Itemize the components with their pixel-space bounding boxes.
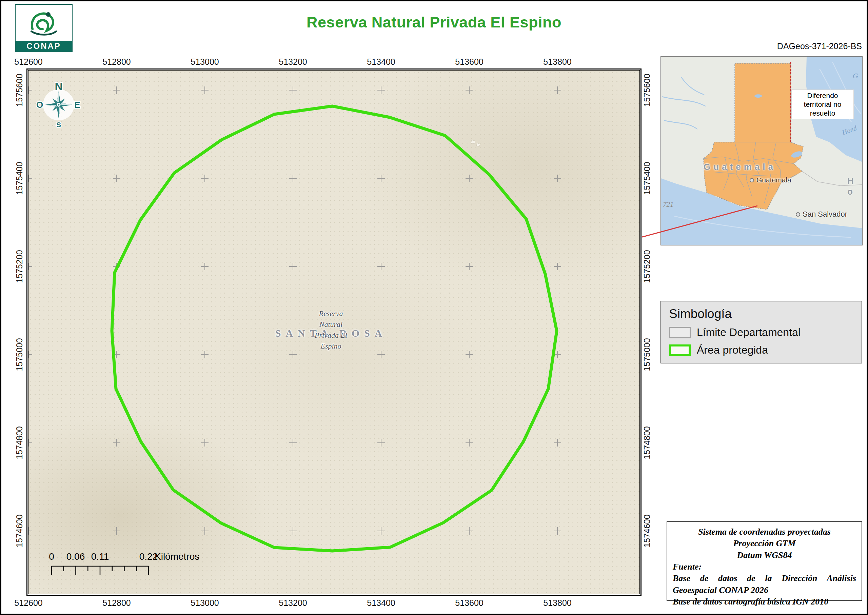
grid-y-label: 1575600: [643, 66, 651, 114]
reserve-name-line: Privada El: [280, 330, 382, 341]
inset-locator-map: Diferendo territorial no resuelto Guatem…: [660, 56, 863, 245]
building-footprint: [471, 140, 475, 144]
grid-y-label: 1575200: [643, 243, 651, 290]
datum-line: Datum WGS84: [673, 549, 856, 561]
grid-x-label: 513400: [358, 57, 405, 66]
crs-line: Sistema de coordenadas proyectadas: [673, 526, 856, 538]
honduras-partial-label: H o: [847, 176, 862, 197]
grid-x-label: 512600: [5, 598, 52, 607]
grid-x-label: 512800: [93, 598, 141, 607]
legend-item-label: Área protegida: [697, 344, 768, 356]
page-title: Reserva Natural Privada El Espino: [2, 14, 866, 31]
grid-x-label: 513800: [534, 598, 581, 607]
compass-east-label: E: [74, 100, 80, 110]
legend-panel: Simbología Límite Departamental Área pro…: [660, 301, 862, 364]
san-salvador-marker: San Salvador: [796, 210, 847, 219]
capital-city-marker: Guatemala: [750, 176, 792, 184]
source-line: Base de datos cartografía básica IGN 201…: [673, 596, 856, 607]
grid-x-label: 513000: [181, 57, 228, 66]
legend-item-departmental: Límite Departamental: [669, 326, 854, 339]
protected-area-swatch: [669, 345, 691, 356]
main-map-canvas: N E S O SANTA ROSA Reserva Natural Priva…: [28, 70, 640, 594]
grid-x-label: 513000: [181, 598, 228, 607]
reserve-name-line: Natural: [280, 319, 382, 330]
map-document: CONAP Reserva Natural Privada El Espino …: [0, 0, 868, 615]
building-footprint: [476, 143, 480, 147]
scale-bar: 0 0.06 0.11 0.22 Kilómetros: [38, 551, 221, 584]
compass-south-label: S: [56, 121, 61, 128]
territorial-dispute-note: Diferendo territorial no resuelto: [792, 90, 854, 119]
grid-y-label: 1575000: [15, 331, 24, 378]
grid-y-label: 1575400: [643, 155, 651, 202]
scale-tick-label: 0: [45, 551, 58, 562]
grid-x-label: 513200: [269, 598, 317, 607]
grid-x-label: 512800: [93, 57, 141, 66]
legend-item-label: Límite Departamental: [697, 326, 801, 339]
compass-west-label: O: [36, 100, 43, 110]
grid-y-label: 1575200: [15, 243, 24, 290]
grid-y-label: 1574600: [643, 507, 651, 555]
reserve-name-line: Reserva: [280, 308, 382, 319]
grid-y-label: 1574800: [15, 419, 24, 467]
grid-x-label: 513600: [445, 598, 493, 607]
city-dot-icon: [796, 212, 800, 217]
grid-y-label: 1574600: [15, 507, 24, 555]
credits-panel: Sistema de coordenadas proyectadas Proye…: [667, 521, 862, 601]
conap-logo-text: CONAP: [16, 41, 72, 52]
projection-line: Proyección GTM: [673, 538, 856, 549]
compass-rose-icon: N E S O: [29, 75, 89, 134]
city-dot-icon: [750, 178, 754, 183]
reserve-name-label: Reserva Natural Privada El Espino: [280, 308, 382, 351]
grid-x-label: 513400: [358, 598, 405, 607]
main-map-frame: N E S O SANTA ROSA Reserva Natural Priva…: [27, 69, 642, 596]
document-code: DAGeos-371-2026-BS: [777, 41, 862, 51]
compass-north-label: N: [55, 80, 62, 92]
grid-y-label: 1574800: [643, 419, 651, 467]
scale-tick-label: 0.11: [88, 551, 112, 562]
grid-x-label: 513200: [269, 57, 317, 66]
capital-city-label: Guatemala: [756, 176, 792, 184]
reserve-name-line: Espino: [280, 341, 382, 351]
scale-tick-label: 0.06: [64, 551, 87, 562]
country-label: Guatemala: [691, 162, 789, 172]
grid-x-label: 513600: [445, 57, 493, 66]
departmental-boundary-swatch: [669, 327, 691, 338]
grid-y-label: 1575600: [15, 66, 24, 114]
road-number-label: 721: [663, 200, 674, 209]
source-heading: Fuente:: [673, 561, 856, 573]
san-salvador-label: San Salvador: [802, 210, 847, 219]
grid-y-label: 1575400: [15, 155, 24, 202]
legend-item-protected-area: Área protegida: [669, 344, 854, 356]
water-partial-label: G: [853, 72, 858, 80]
grid-x-label: 513800: [534, 57, 581, 66]
lake: [754, 94, 762, 98]
scale-unit-label: Kilómetros: [155, 551, 199, 562]
grid-y-label: 1575000: [643, 331, 651, 378]
legend-title: Simbología: [669, 307, 854, 321]
scale-bar-ruler: [38, 565, 221, 578]
territorial-dispute-note-text: Diferendo territorial no resuelto: [792, 91, 853, 118]
grid-x-label: 512600: [5, 57, 52, 66]
source-line: Base de datos de la Dirección Análisis G…: [673, 573, 856, 596]
